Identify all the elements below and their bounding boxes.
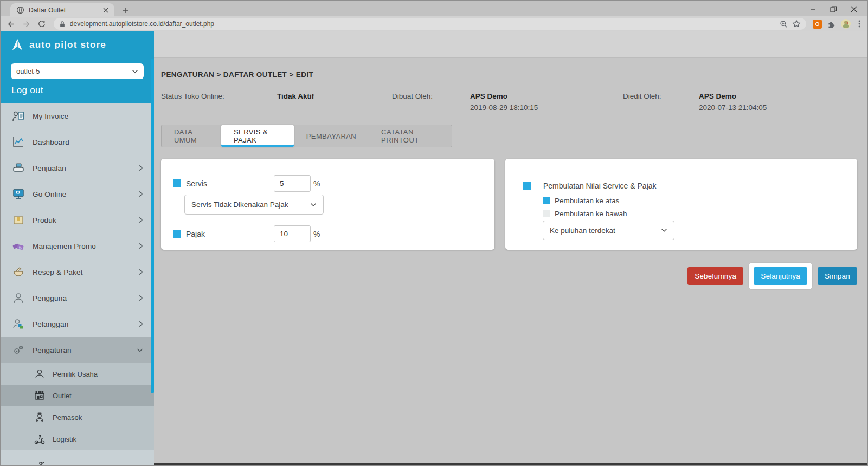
sidebar-item-label: Pelanggan	[33, 320, 138, 328]
supplier-icon	[33, 412, 46, 423]
servis-tax-select-value: Servis Tidak Dikenakan Pajak	[191, 200, 310, 209]
window-close-button[interactable]	[844, 1, 864, 17]
delivery-scooter-icon	[33, 433, 46, 444]
sidebar-subitem-pemilik-usaha[interactable]: Pemilik Usaha	[1, 363, 154, 385]
browser-tab-strip: Daftar Outlet	[1, 1, 867, 16]
chevron-down-icon	[132, 69, 138, 74]
promo-tags-icon: %	[11, 240, 25, 252]
chrome-menu-icon[interactable]	[856, 20, 863, 28]
servis-tax-select[interactable]: Servis Tidak Dikenakan Pajak	[184, 195, 324, 215]
servis-checkbox[interactable]	[173, 179, 181, 187]
pembulatan-mode-value: Ke puluhan terdekat	[550, 226, 661, 235]
sidebar-item-label: Pengguna	[33, 294, 138, 302]
zoom-icon[interactable]	[780, 20, 788, 28]
servis-label: Servis	[186, 179, 274, 188]
servis-unit: %	[313, 179, 320, 188]
chevron-down-icon	[661, 228, 667, 232]
chevron-down-icon	[310, 203, 317, 207]
tab-pembayaran[interactable]: PEMBAYARAN	[294, 125, 369, 147]
tab-servis-pajak[interactable]: SERVIS & PAJAK	[221, 125, 294, 147]
status-row: Status Toko Online: Tidak Aktif Dibuat O…	[154, 92, 867, 119]
tab-catatan-printout[interactable]: CATATAN PRINTOUT	[369, 125, 452, 147]
edited-by-name: APS Demo	[699, 92, 767, 100]
extensions-puzzle-icon[interactable]	[827, 20, 836, 29]
user-icon	[11, 292, 25, 304]
sidebar-item-label: Manajemen Promo	[33, 242, 138, 250]
pembulatan-card: Pembulatan Nilai Service & Pajak Pembula…	[505, 159, 857, 250]
sidebar-item-produk[interactable]: Produk	[1, 207, 154, 233]
sidebar-item-my-invoice[interactable]: My Invoice	[1, 103, 154, 129]
sidebar-subitem-outlet[interactable]: Outlet	[1, 385, 154, 406]
lock-icon[interactable]	[59, 21, 66, 28]
next-button[interactable]: Selanjutnya	[754, 267, 807, 285]
sidebar-item-pengaturan[interactable]: Pengaturan	[1, 337, 154, 363]
previous-button[interactable]: Sebelumnya	[687, 267, 743, 285]
product-box-icon	[11, 214, 25, 226]
sidebar-item-label: Produk	[33, 216, 138, 224]
status-toko-value: Tidak Aktif	[277, 92, 314, 100]
created-by-label: Dibuat Oleh:	[392, 92, 433, 100]
partial-icon	[37, 461, 46, 465]
forward-button[interactable]	[20, 17, 33, 30]
pembulatan-ke-atas-label: Pembulatan ke atas	[555, 197, 619, 205]
form-tab-bar: DATA UMUM SERVIS & PAJAK PEMBAYARAN CATA…	[161, 125, 452, 147]
tab-favicon-globe-icon	[16, 6, 24, 14]
address-bar[interactable]: development.autopilotstore.co.id/daftar_…	[54, 18, 806, 30]
servis-percent-input[interactable]	[274, 175, 311, 192]
tab-data-umum[interactable]: DATA UMUM	[162, 125, 221, 147]
storefront-icon	[33, 390, 46, 401]
reload-button[interactable]	[35, 17, 48, 30]
sidebar-item-label: Dashboard	[33, 138, 143, 146]
outlet-select[interactable]: outlet-5	[11, 63, 144, 79]
new-tab-button[interactable]	[120, 5, 131, 16]
back-button[interactable]	[5, 17, 18, 30]
settings-gears-icon	[11, 344, 25, 356]
sidebar-subitem-partial	[1, 450, 154, 465]
pembulatan-checkbox[interactable]	[523, 182, 531, 190]
app-topbar	[154, 31, 867, 58]
sidebar-item-label: Go Online	[33, 190, 138, 198]
chevron-down-icon	[137, 348, 143, 353]
sidebar-nav: My Invoice Dashboard Penjualan Go Online…	[1, 103, 154, 465]
pajak-checkbox[interactable]	[173, 230, 181, 238]
sidebar-item-manajemen-promo[interactable]: % Manajemen Promo	[1, 233, 154, 259]
customer-icon	[11, 318, 25, 330]
sidebar-item-resep-paket[interactable]: Resep & Paket	[1, 259, 154, 285]
tab-close-icon[interactable]	[101, 6, 110, 15]
pajak-percent-input[interactable]	[274, 225, 311, 242]
edited-by-block: APS Demo 2020-07-13 21:04:05	[699, 92, 767, 112]
sidebar-item-pengguna[interactable]: Pengguna	[1, 285, 154, 311]
logout-link[interactable]: Log out	[11, 85, 43, 96]
sidebar-item-label: My Invoice	[33, 112, 143, 120]
next-button-highlight: Selanjutnya	[749, 263, 812, 289]
sidebar-item-go-online[interactable]: Go Online	[1, 181, 154, 207]
browser-toolbar: development.autopilotstore.co.id/daftar_…	[1, 16, 867, 31]
profile-avatar[interactable]	[841, 19, 851, 29]
sidebar-subitem-label: Pemilik Usaha	[53, 370, 98, 378]
tab-title: Daftar Outlet	[29, 7, 97, 14]
sidebar-subitem-pemasok[interactable]: Pemasok	[1, 406, 154, 428]
sidebar-item-dashboard[interactable]: Dashboard	[1, 129, 154, 155]
save-button[interactable]: Simpan	[818, 267, 857, 285]
pembulatan-mode-select[interactable]: Ke puluhan terdekat	[543, 221, 674, 240]
pembulatan-ke-atas-checkbox[interactable]	[543, 197, 550, 204]
sidebar-item-label: Pengaturan	[33, 346, 137, 354]
window-restore-button[interactable]	[823, 1, 844, 17]
sidebar-subitem-logistik[interactable]: Logistik	[1, 428, 154, 450]
shopping-extension-icon[interactable]	[813, 20, 822, 29]
pembulatan-ke-bawah-checkbox[interactable]	[543, 210, 550, 217]
pembulatan-label: Pembulatan Nilai Service & Pajak	[543, 182, 657, 190]
action-buttons: Sebelumnya Selanjutnya Simpan	[687, 263, 857, 289]
bookmark-star-icon[interactable]	[792, 20, 801, 28]
created-at: 2019-08-29 18:10:15	[470, 103, 538, 112]
sidebar-item-pelanggan[interactable]: Pelanggan	[1, 311, 154, 337]
invoice-icon	[11, 110, 25, 122]
browser-tab[interactable]: Daftar Outlet	[10, 3, 114, 17]
window-minimize-button[interactable]	[802, 1, 823, 17]
sidebar-item-penjualan[interactable]: Penjualan	[1, 155, 154, 181]
pajak-label: Pajak	[186, 230, 274, 238]
chevron-right-icon	[138, 243, 143, 249]
brand-logo: auto pi|ot store	[10, 38, 106, 52]
chevron-right-icon	[138, 191, 143, 197]
pembulatan-ke-bawah-label: Pembulatan ke bawah	[555, 210, 627, 218]
